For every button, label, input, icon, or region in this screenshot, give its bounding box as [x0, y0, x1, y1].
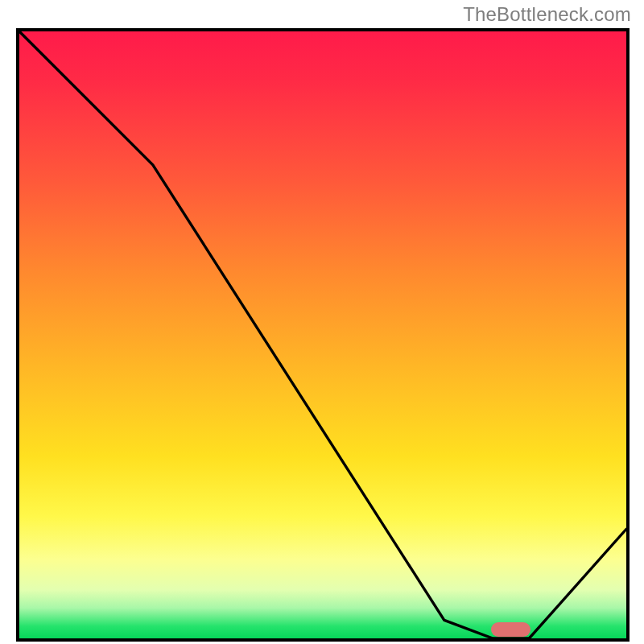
attribution-label: TheBottleneck.com [463, 3, 631, 26]
optimal-range-marker [491, 622, 530, 637]
chart-area [16, 28, 630, 642]
curve-svg [19, 31, 626, 638]
bottleneck-curve [19, 31, 626, 638]
